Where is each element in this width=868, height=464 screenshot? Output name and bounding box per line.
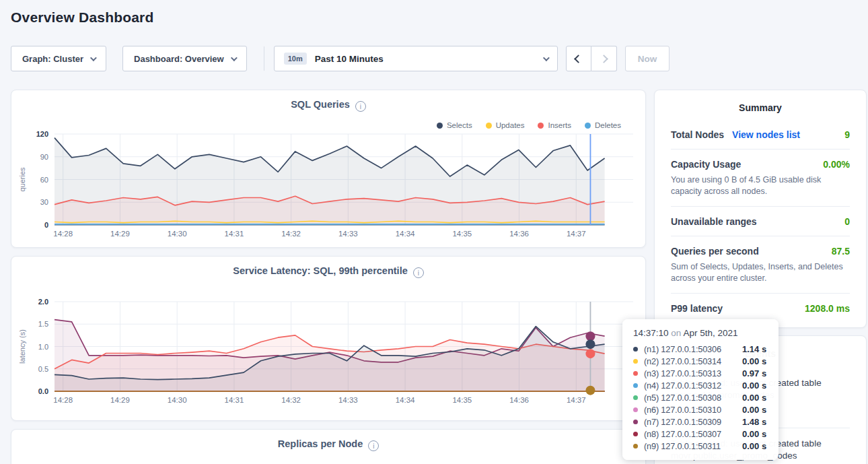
controls-bar: Graph: Cluster Dashboard: Overview 10m P… [11,46,670,71]
svg-text:14:28: 14:28 [53,396,73,404]
time-step-buttons [566,46,617,71]
chevron-left-icon [574,55,583,63]
svg-text:0.5: 0.5 [38,365,48,373]
svg-text:14:29: 14:29 [110,396,130,404]
dashboard-dropdown[interactable]: Dashboard: Overview [122,46,247,71]
node-color-dot [633,432,638,436]
node-color-dot [633,444,638,449]
legend-label: Updates [496,121,525,129]
tooltip-node-row: (n7) 127.0.0.1:503091.48 s [633,416,769,428]
dashboard-dropdown-label: Dashboard: Overview [134,54,224,64]
legend-label: Deletes [595,121,621,129]
summary-row-line: Total NodesView nodes list9 [671,129,850,140]
node-latency-value: 0.00 s [742,441,766,451]
node-address: (n5) 127.0.0.1:50308 [644,393,742,403]
summary-row-subtext: Sum of Selects, Updates, Inserts, and De… [671,261,850,284]
sql-queries-chart-title: SQL Queriesi [11,99,645,112]
node-color-dot [633,395,638,400]
controls-divider [264,46,264,71]
tooltip-node-row: (n8) 127.0.0.1:503070.00 s [633,428,769,440]
legend-label: Inserts [548,121,571,129]
node-latency-value: 0.00 s [742,356,766,366]
summary-row-label: Capacity Usage [671,159,741,170]
summary-row-value: 9 [844,129,850,140]
svg-text:14:32: 14:32 [281,230,301,238]
svg-text:14:36: 14:36 [509,396,529,404]
summary-body: Total NodesView nodes list9Capacity Usag… [655,113,866,323]
legend-item-deletes[interactable]: Deletes [585,121,621,129]
summary-row-label: Queries per second [671,246,759,257]
svg-text:latency (s): latency (s) [18,329,26,364]
summary-row: P99 latency1208.0 ms [671,293,850,323]
svg-text:14:30: 14:30 [168,396,187,404]
view-nodes-list-link[interactable]: View nodes list [732,129,800,140]
summary-row-label: P99 latency [671,303,723,314]
node-latency-value: 0.97 s [742,368,766,378]
service-latency-chart-card: Service Latency: SQL, 99th percentilei 1… [11,256,646,421]
legend-label: Selects [447,121,472,129]
tooltip-node-row: (n2) 127.0.0.1:503140.00 s [633,355,769,367]
summary-row: Total NodesView nodes list9 [671,120,850,149]
time-range-badge: 10m [284,53,307,65]
summary-row-value: 0 [844,216,850,227]
svg-text:1.0: 1.0 [38,343,48,351]
tooltip-node-row: (n9) 127.0.0.1:503110.00 s [633,440,769,452]
info-icon[interactable]: i [368,440,379,451]
svg-text:0.0: 0.0 [38,387,48,395]
sql-queries-chart[interactable]: 14:2814:2914:3014:3114:3214:3314:3414:35… [11,90,647,248]
graph-dropdown-label: Graph: Cluster [22,54,83,64]
node-address: (n4) 127.0.0.1:50312 [644,380,742,391]
summary-row-line: Capacity Usage0.00% [671,159,850,170]
svg-text:30: 30 [40,198,48,206]
info-icon[interactable]: i [413,267,424,278]
time-range-label: Past 10 Minutes [315,54,384,64]
summary-row-line: Queries per second87.5 [671,246,850,257]
node-color-dot [633,420,638,424]
node-address: (n9) 127.0.0.1:50311 [644,441,742,451]
chevron-down-icon [231,55,238,61]
legend-item-selects[interactable]: Selects [437,121,472,129]
svg-text:14:29: 14:29 [110,230,130,238]
legend-dot-icon [538,123,544,129]
chevron-right-icon [600,55,608,63]
time-range-picker[interactable]: 10m Past 10 Minutes [274,46,558,71]
svg-text:14:33: 14:33 [338,396,358,404]
tooltip-rows: (n1) 127.0.0.1:503061.14 s(n2) 127.0.0.1… [633,343,769,452]
service-latency-chart-title: Service Latency: SQL, 99th percentilei [11,265,645,278]
graph-dropdown[interactable]: Graph: Cluster [11,46,106,71]
summary-title: Summary [655,90,866,113]
replicas-per-node-chart-card: Replicas per Nodei [11,429,646,464]
summary-row: Capacity Usage0.00%You are using 0 B of … [671,149,850,206]
time-next-button[interactable] [591,46,617,71]
summary-row: Queries per second87.5Sum of Selects, Up… [671,236,850,293]
replicas-chart-title: Replicas per Nodei [11,438,645,451]
svg-text:60: 60 [40,176,48,184]
summary-row-value: 87.5 [832,246,850,257]
svg-text:14:31: 14:31 [225,230,244,238]
tooltip-node-row: (n4) 127.0.0.1:503120.00 s [633,379,769,391]
legend-item-updates[interactable]: Updates [486,121,525,129]
legend-dot-icon [437,123,443,129]
svg-text:14:33: 14:33 [338,230,358,238]
tooltip-node-row: (n5) 127.0.0.1:503080.00 s [633,391,769,403]
node-color-dot [633,371,638,376]
node-latency-value: 0.00 s [742,393,766,403]
svg-text:14:35: 14:35 [452,396,472,404]
summary-row-line: Unavailable ranges0 [671,216,850,227]
summary-row-label: Total Nodes [671,129,724,140]
svg-text:14:31: 14:31 [225,396,244,404]
node-latency-value: 0.00 s [742,405,766,415]
node-address: (n7) 127.0.0.1:50309 [644,417,742,427]
legend-item-inserts[interactable]: Inserts [538,121,571,129]
node-address: (n1) 127.0.0.1:50306 [644,344,742,354]
time-prev-button[interactable] [566,46,591,71]
service-latency-chart[interactable]: 14:2814:2914:3014:3114:3214:3314:3414:35… [11,257,647,422]
sql-queries-chart-card: SQL Queriesi SelectsUpdatesInsertsDelete… [11,90,646,248]
svg-text:14:28: 14:28 [53,230,73,238]
node-address: (n8) 127.0.0.1:50307 [644,429,742,439]
info-icon[interactable]: i [355,101,366,112]
chart-title-text: SQL Queries [291,99,350,110]
svg-text:14:37: 14:37 [567,230,586,238]
now-button[interactable]: Now [625,46,670,71]
svg-text:14:32: 14:32 [281,396,301,404]
